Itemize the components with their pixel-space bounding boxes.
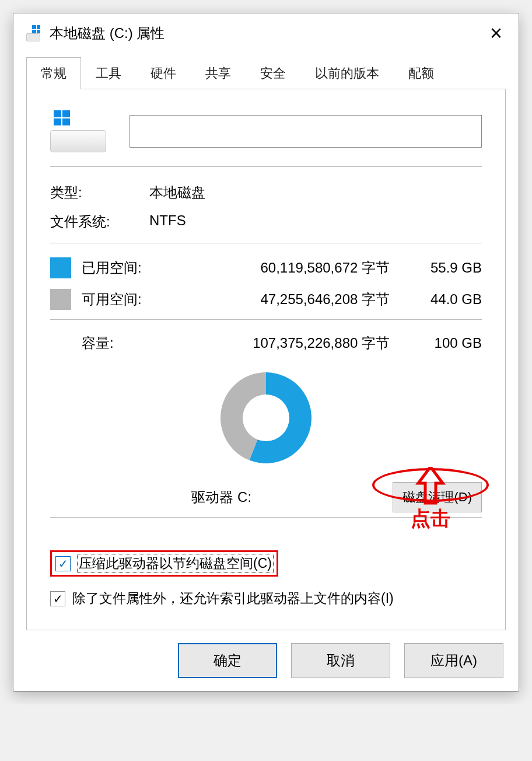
filesystem-value: NTFS [149, 212, 186, 231]
close-icon[interactable]: × [487, 23, 506, 44]
properties-dialog: 本地磁盘 (C:) 属性 × 常规工具硬件共享安全以前的版本配额 类型: 本地磁… [13, 13, 519, 692]
cancel-button[interactable]: 取消 [291, 643, 390, 678]
capacity-gb: 100 GB [400, 335, 482, 351]
tab-0[interactable]: 常规 [26, 57, 81, 89]
titlebar: 本地磁盘 (C:) 属性 × [13, 13, 519, 53]
svg-point-0 [243, 395, 289, 441]
tab-2[interactable]: 硬件 [136, 57, 191, 89]
drive-letter-label: 驱动器 C: [50, 488, 393, 507]
drive-name-input[interactable] [130, 115, 482, 148]
used-space-label: 已用空间: [82, 259, 192, 277]
disk-cleanup-button[interactable]: 磁盘清理(D) [393, 482, 482, 512]
tab-4[interactable]: 安全 [246, 57, 300, 89]
used-swatch-icon [50, 257, 71, 278]
free-space-label: 可用空间: [82, 290, 192, 309]
usage-donut-chart [214, 365, 318, 470]
free-swatch-icon [50, 289, 71, 310]
free-space-bytes: 47,255,646,208 字节 [203, 290, 390, 309]
ok-button[interactable]: 确定 [178, 643, 277, 678]
apply-button[interactable]: 应用(A) [404, 643, 503, 678]
used-space-gb: 55.9 GB [400, 260, 482, 276]
capacity-bytes: 107,375,226,880 字节 [203, 334, 390, 352]
capacity-label: 容量: [82, 334, 192, 352]
drive-icon [26, 25, 43, 41]
index-label: 除了文件属性外，还允许索引此驱动器上文件的内容(I) [72, 589, 394, 608]
used-space-bytes: 60,119,580,672 字节 [203, 259, 390, 277]
type-label: 类型: [50, 183, 149, 202]
free-space-gb: 44.0 GB [400, 291, 482, 308]
tab-panel-general: 类型: 本地磁盘 文件系统: NTFS 已用空间: 60,119,580,672… [26, 89, 506, 630]
compress-label: 压缩此驱动器以节约磁盘空间(C) [78, 554, 273, 573]
type-value: 本地磁盘 [149, 183, 205, 202]
tab-5[interactable]: 以前的版本 [300, 57, 394, 89]
compress-checkbox[interactable]: ✓ [55, 556, 71, 571]
tab-6[interactable]: 配额 [394, 57, 449, 89]
annotation-box: ✓ 压缩此驱动器以节约磁盘空间(C) [50, 550, 278, 577]
dialog-buttons: 确定 取消 应用(A) [13, 630, 519, 691]
tab-strip: 常规工具硬件共享安全以前的版本配额 [26, 57, 506, 89]
index-checkbox[interactable]: ✓ [50, 591, 65, 606]
drive-large-icon [50, 110, 106, 152]
filesystem-label: 文件系统: [50, 212, 149, 231]
tab-1[interactable]: 工具 [81, 57, 136, 89]
tab-3[interactable]: 共享 [191, 57, 246, 89]
window-title: 本地磁盘 (C:) 属性 [50, 24, 164, 43]
